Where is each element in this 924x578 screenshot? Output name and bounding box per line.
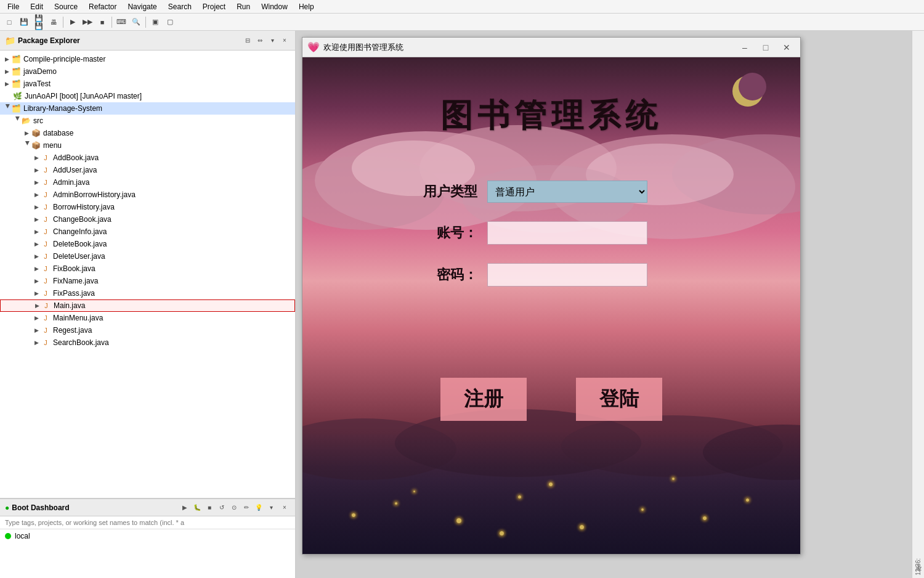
boot-expand-btn[interactable]: ▾ — [265, 502, 277, 513]
java-icon: J — [41, 227, 51, 237]
tree-item-fixname[interactable]: ▶ J FixName.java — [0, 275, 295, 287]
tree-item-addbook[interactable]: ▶ J AddBook.java — [0, 152, 295, 164]
tree-item-src[interactable]: ▶ 📂 src — [0, 115, 295, 127]
menu-edit[interactable]: Edit — [25, 1, 48, 12]
tree-arrow: ▶ — [32, 240, 41, 248]
tree-item-mainmenu[interactable]: ▶ J MainMenu.java — [0, 312, 295, 324]
panel-close-btn[interactable]: × — [279, 35, 290, 46]
account-label: 账号： — [397, 224, 477, 242]
tree-item-fixbook[interactable]: ▶ J FixBook.java — [0, 263, 295, 275]
tree-label: database — [43, 129, 73, 137]
register-button[interactable]: 注册 — [440, 378, 527, 421]
boot-search-input[interactable] — [0, 516, 295, 529]
tree-label: AddBook.java — [53, 153, 99, 162]
boot-start-btn[interactable]: ▶ — [179, 502, 190, 513]
menu-help[interactable]: Help — [294, 1, 319, 12]
menu-refactor[interactable]: Refactor — [84, 1, 121, 12]
tree-label: javaTest — [23, 79, 51, 88]
tree-item-deleteuser[interactable]: ▶ J DeleteUser.java — [0, 250, 295, 263]
tree-arrow: ▶ — [32, 338, 41, 347]
toolbar-build[interactable]: ⌨ — [115, 15, 128, 29]
boot-debug-btn[interactable]: 🐛 — [192, 502, 203, 513]
java-icon: J — [41, 264, 51, 274]
boot-stop-btn[interactable]: ■ — [204, 502, 215, 513]
java-icon: J — [41, 325, 51, 335]
maximize-button[interactable]: □ — [757, 41, 774, 54]
boot-local-item[interactable]: local — [0, 529, 295, 543]
tree-arrow: ▶ — [2, 79, 11, 88]
account-input[interactable] — [487, 221, 647, 245]
minimize-button[interactable]: – — [736, 41, 753, 54]
tree-item-compile-principle[interactable]: ▶ 🗂️ Compile-principle-master — [0, 53, 295, 65]
boot-close-btn[interactable]: × — [279, 502, 290, 513]
collapse-all-btn[interactable]: ⊟ — [242, 35, 253, 46]
sparkle-10 — [549, 482, 553, 486]
toolbar-stop[interactable]: ■ — [95, 15, 109, 29]
login-button[interactable]: 登陆 — [576, 378, 662, 421]
java-icon: J — [41, 301, 51, 311]
tree-item-searchbook[interactable]: ▶ J SearchBook.java — [0, 336, 295, 349]
toolbar-run[interactable]: ▶▶ — [81, 15, 94, 29]
link-editor-btn[interactable]: ⇔ — [254, 35, 265, 46]
tree-item-admin[interactable]: ▶ J Admin.java — [0, 176, 295, 189]
sparkle-12 — [500, 531, 504, 535]
src-icon: 📂 — [21, 116, 31, 126]
left-panel: 📁 Package Explorer ⊟ ⇔ ▾ × ▶ 🗂️ Compile-… — [0, 31, 296, 578]
tree-item-deletebook[interactable]: ▶ J DeleteBook.java — [0, 238, 295, 250]
menu-search[interactable]: Search — [163, 1, 197, 12]
tree-label: JunAoAPI [boot] [JunAoAPI master] — [25, 92, 142, 100]
tree-arrow: ▶ — [32, 252, 41, 261]
toolbar-search[interactable]: 🔍 — [129, 15, 143, 29]
tree-label: ChangeInfo.java — [53, 227, 107, 236]
toolbar-new[interactable]: □ — [2, 15, 16, 29]
tree-arrow: ▶ — [32, 190, 41, 199]
boot-open-btn[interactable]: ⊙ — [229, 502, 240, 513]
tree-item-javademo[interactable]: ▶ 🗂️ javaDemo — [0, 65, 295, 78]
menu-window[interactable]: Window — [256, 1, 293, 12]
boot-restart-btn[interactable]: ↺ — [216, 502, 227, 513]
toolbar-save[interactable]: 💾 — [17, 15, 31, 29]
tree-item-main[interactable]: ▶ J Main.java — [0, 299, 295, 312]
package-icon: 📦 — [31, 128, 41, 138]
tree-item-javatest[interactable]: ▶ 🗂️ javaTest — [0, 78, 295, 90]
boot-light-btn[interactable]: 💡 — [253, 502, 264, 513]
app-buttons: 注册 登陆 — [440, 378, 662, 421]
toolbar-perspective[interactable]: ▣ — [148, 15, 162, 29]
panel-menu-btn[interactable]: ▾ — [267, 35, 278, 46]
tree-item-database[interactable]: ▶ 📦 database — [0, 127, 295, 139]
menu-file[interactable]: File — [2, 1, 24, 12]
tree-item-changebook[interactable]: ▶ J ChangeBook.java — [0, 213, 295, 226]
app-titlebar: 💗 欢迎使用图书管理系统 – □ ✕ — [302, 38, 800, 57]
tree-item-changeinfo[interactable]: ▶ J ChangeInfo.java — [0, 226, 295, 238]
tree-item-library-manage[interactable]: ▶ 🗂️ Library-Manage-System — [0, 102, 295, 115]
menu-source[interactable]: Source — [49, 1, 83, 12]
tree-item-adminborrowhistory[interactable]: ▶ J AdminBorrowHistory.java — [0, 189, 295, 201]
toolbar-saveall[interactable]: 💾💾 — [32, 15, 46, 29]
boot-edit-btn[interactable]: ✏ — [241, 502, 252, 513]
menu-run[interactable]: Run — [232, 1, 255, 12]
form-row-password: 密码： — [397, 263, 705, 287]
toolbar-window[interactable]: ▢ — [163, 15, 177, 29]
tree-item-junaoapi[interactable]: 🌿 JunAoAPI [boot] [JunAoAPI master] — [0, 90, 295, 102]
menu-navigate[interactable]: Navigate — [123, 1, 161, 12]
tree-label: Regest.java — [53, 326, 92, 335]
tree-item-regest[interactable]: ▶ J Regest.java — [0, 324, 295, 336]
usertype-select[interactable]: 普通用户 管理员 — [487, 181, 647, 203]
close-button[interactable]: ✕ — [778, 41, 795, 54]
tree-item-menu[interactable]: ▶ 📦 menu — [0, 139, 295, 152]
password-input[interactable] — [487, 263, 647, 287]
toolbar-print[interactable]: 🖶 — [47, 15, 60, 29]
java-icon: J — [41, 288, 51, 298]
tree-arrow: ▶ — [32, 289, 41, 298]
menu-project[interactable]: Project — [198, 1, 230, 12]
package-explorer-tree: ▶ 🗂️ Compile-principle-master ▶ 🗂️ javaD… — [0, 51, 295, 498]
toolbar-debug[interactable]: ▶ — [66, 15, 79, 29]
sparkle-8 — [746, 499, 749, 502]
tree-label: src — [33, 116, 43, 125]
boot-icon: ● — [5, 503, 9, 512]
tree-arrow: ▶ — [33, 301, 41, 310]
tree-item-adduser[interactable]: ▶ J AddUser.java — [0, 164, 295, 176]
tree-item-borrowhistory[interactable]: ▶ J BorrowHistory.java — [0, 201, 295, 213]
tree-item-fixpass[interactable]: ▶ J FixPass.java — [0, 287, 295, 299]
sparkle-7 — [703, 516, 707, 520]
